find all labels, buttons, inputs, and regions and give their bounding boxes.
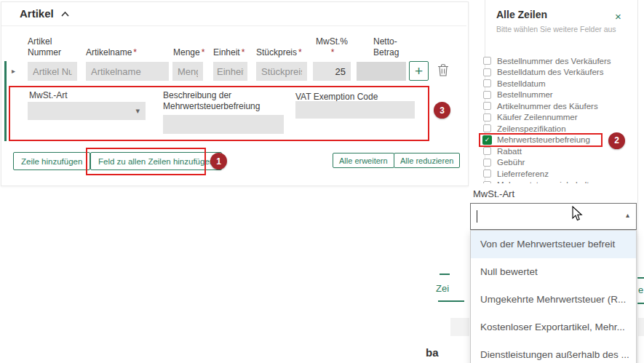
checkbox-row-gebuehr[interactable]: Gebühr [483, 157, 633, 169]
row-selection-indicator [4, 61, 7, 141]
column-label-netto-betrag: Netto- Betrag [373, 36, 399, 58]
checkbox-row-kaeufer-zeilennummer[interactable]: Käufer Zeilennummer [483, 112, 633, 124]
background-rule-fragment [440, 274, 450, 275]
card-header-divider [1, 25, 466, 26]
background-bar-fragment [638, 318, 644, 336]
vat-type-select[interactable]: ▾ [28, 102, 146, 120]
dropdown-option-umgekehrte-mehrwertsteuer[interactable]: Umgekehrte Mehrwertsteuer (R... [471, 286, 636, 314]
required-marker: * [133, 47, 137, 57]
background-text-fragment: ba [426, 346, 439, 359]
checkbox-row-rabatt[interactable]: Rabatt [483, 145, 633, 157]
add-line-plus-button[interactable]: + [409, 61, 429, 81]
vat-exemption-description-input[interactable] [163, 115, 284, 134]
mwst-prozent-input[interactable] [313, 62, 351, 81]
annotation-badge-2: 2 [608, 132, 625, 149]
chevron-up-icon[interactable]: ▴ [626, 212, 629, 219]
chevron-down-icon: ▾ [135, 106, 140, 116]
row-expander-icon[interactable]: ▸ [12, 67, 15, 75]
vat-combobox-label: MwSt.-Art [473, 188, 514, 199]
add-row-button[interactable]: Zeile hinzufügen [13, 152, 90, 170]
required-marker: * [242, 47, 245, 57]
panel-title: Alle Zeilen [496, 9, 547, 20]
close-icon[interactable]: × [615, 12, 621, 22]
artikel-nummer-input[interactable] [28, 62, 77, 81]
checkbox-icon [483, 159, 491, 167]
checkbox-row-bestellnummer-des-verkaeufers[interactable]: Bestellnummer des Verkäufers [483, 55, 633, 67]
column-label-artikelname: Artikelname* [86, 47, 137, 58]
panel-right-edge [637, 0, 638, 363]
vat-type-label: MwSt.-Art [29, 90, 68, 101]
column-label-menge: Menge* [173, 47, 204, 58]
page: Zei e ba Artikel ▸ Artikel Nummer Artike… [0, 0, 644, 363]
checkbox-row-mehrwertsteuerbefreiung[interactable]: ✓ Mehrwertsteuerbefreiung 2 [483, 135, 633, 146]
section-title: Artikel [20, 7, 54, 20]
trash-icon [437, 63, 449, 77]
required-marker: * [298, 47, 302, 57]
checkbox-icon [483, 79, 491, 87]
annotation-badge-1: 1 [210, 153, 227, 169]
artikelname-input[interactable] [86, 62, 169, 81]
field-checkbox-list: Bestellnummer des Verkäufers Bestelldatu… [483, 55, 633, 191]
collapse-section-chevron-icon[interactable] [61, 12, 69, 17]
required-marker: * [202, 47, 205, 57]
vat-exemption-code-input[interactable] [295, 101, 415, 119]
checkbox-icon [483, 57, 491, 65]
required-marker: * [331, 47, 335, 57]
text-cursor [477, 210, 477, 223]
vat-combobox-input[interactable]: ▴ [470, 203, 637, 230]
vat-exemption-description-label: Beschreibung der Mehrwertsteuerbefreiung [163, 90, 260, 112]
background-link-fragment-left[interactable]: Zei [436, 283, 449, 294]
dropdown-option-von-der-mehrwertsteuer-befreit[interactable]: Von der Mehrwertsteuer befreit [471, 231, 636, 258]
column-label-artikel-nummer: Artikel Nummer [28, 36, 61, 58]
checkbox-row-artikelnummer-des-kaeufers[interactable]: Artikelnummer des Käufers [483, 100, 633, 112]
dropdown-option-null-bewertet[interactable]: Null bewertet [471, 258, 636, 286]
column-label-stueckpreis: Stückpreis* [256, 47, 302, 58]
annotation-badge-3: 3 [434, 102, 450, 119]
checkbox-row-zeilenspezifikation[interactable]: Zeilenspezifikation [483, 123, 633, 135]
checkbox-icon [483, 169, 491, 177]
background-rule-fragment [438, 300, 464, 302]
checkbox-row-bestelldatum[interactable]: Bestelldatum [483, 78, 633, 89]
column-label-einheit: Einheit* [213, 47, 245, 58]
checkbox-icon [483, 68, 491, 76]
checkbox-icon [483, 147, 491, 155]
add-field-to-all-rows-button[interactable]: Feld zu allen Zeilen hinzufügen [90, 152, 222, 170]
checkbox-icon [483, 113, 491, 121]
menge-input[interactable] [172, 62, 203, 81]
column-label-mwst: MwSt.% * [313, 36, 351, 58]
panel-subtitle: Bitte wählen Sie weitere Felder aus [496, 25, 616, 33]
netto-betrag-input [357, 62, 406, 81]
checkbox-icon [483, 91, 491, 99]
checkbox-checked-icon: ✓ [482, 135, 492, 145]
checkbox-icon [483, 102, 491, 110]
expand-all-button[interactable]: Alle erweitern [333, 153, 394, 168]
delete-row-button[interactable] [436, 63, 450, 79]
checkbox-row-lieferreferenz[interactable]: Lieferreferenz [483, 168, 633, 180]
background-bar-fragment [450, 318, 470, 336]
stueckpreis-input[interactable] [256, 62, 307, 81]
dropdown-option-kostenloser-exportartikel[interactable]: Kostenloser Exportartikel, Mehr... [471, 314, 636, 341]
dropdown-option-dienstleistungen-ausserhalb[interactable]: Dienstleistungen außerhalb des ... [471, 341, 636, 363]
checkbox-row-bestellnummer[interactable]: Bestellnummer [483, 89, 633, 101]
einheit-input[interactable] [213, 62, 247, 81]
background-link-fragment-right[interactable]: e [638, 284, 643, 295]
vat-combobox-dropdown: Von der Mehrwertsteuer befreit Null bewe… [470, 230, 637, 363]
collapse-all-button[interactable]: Alle reduzieren [394, 153, 460, 168]
checkbox-row-bestelldatum-des-verkaeufers[interactable]: Bestelldatum des Verkäufers [483, 67, 633, 79]
checkbox-icon [483, 124, 491, 132]
